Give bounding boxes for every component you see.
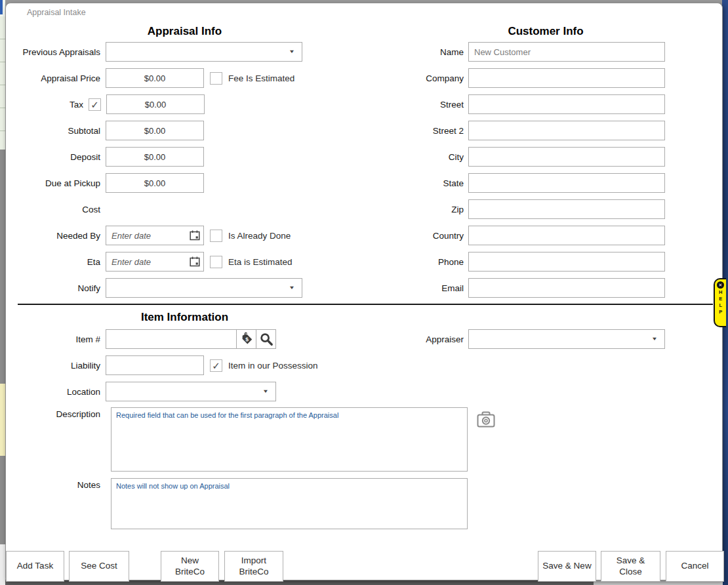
street-label: Street xyxy=(6,100,468,110)
city-label: City xyxy=(6,152,468,162)
name-label: Name xyxy=(6,47,468,57)
phone-label: Phone xyxy=(6,257,468,267)
email-input[interactable] xyxy=(468,278,665,298)
country-input[interactable] xyxy=(468,226,665,245)
email-label: Email xyxy=(6,283,468,293)
notes-label: Notes xyxy=(6,480,106,490)
zip-label: Zip xyxy=(6,205,468,214)
dialog-title: Appraisal Intake xyxy=(27,8,86,17)
appraiser-dropdown[interactable] xyxy=(468,329,665,349)
company-label: Company xyxy=(6,73,468,83)
cancel-button[interactable]: Cancel xyxy=(666,551,724,582)
camera-icon[interactable] xyxy=(476,411,496,432)
city-input[interactable] xyxy=(468,147,665,167)
customer-info-heading: Customer Info xyxy=(368,25,723,38)
new-briteco-button[interactable]: New BriteCo xyxy=(161,551,219,582)
save-and-new-button[interactable]: Save & New xyxy=(538,551,596,582)
state-input[interactable] xyxy=(468,173,665,193)
street-input[interactable] xyxy=(468,94,665,114)
liability-input[interactable] xyxy=(106,355,204,375)
background-window-sliver xyxy=(0,544,5,585)
phone-input[interactable] xyxy=(468,252,665,272)
description-label: Description xyxy=(6,409,106,419)
location-label: Location xyxy=(6,387,106,397)
name-input[interactable] xyxy=(468,42,665,62)
location-dropdown[interactable] xyxy=(106,382,276,401)
item-in-possession-checkbox[interactable] xyxy=(210,359,222,372)
description-textarea[interactable] xyxy=(111,407,468,472)
item-in-possession-label: Item in our Possession xyxy=(228,361,318,371)
liability-label: Liability xyxy=(6,361,106,371)
background-window-sliver xyxy=(0,150,5,384)
background-window-sliver xyxy=(0,0,3,14)
background-window-sliver xyxy=(0,384,5,456)
section-divider xyxy=(18,304,713,305)
country-label: Country xyxy=(6,231,468,241)
state-label: State xyxy=(6,178,468,188)
save-and-close-button[interactable]: Save & Close xyxy=(601,551,660,582)
street2-input[interactable] xyxy=(468,121,665,140)
street2-label: Street 2 xyxy=(6,126,468,136)
background-window-sliver xyxy=(0,456,5,544)
company-input[interactable] xyxy=(468,68,665,88)
help-tab-label: HELP xyxy=(718,289,723,315)
background-window-sliver xyxy=(0,16,5,150)
help-close-icon[interactable]: ✕ xyxy=(717,281,724,289)
appraisal-intake-dialog: Appraisal Intake Appraisal Info Customer… xyxy=(5,3,723,580)
zip-input[interactable] xyxy=(468,199,665,219)
notes-textarea[interactable] xyxy=(111,478,468,529)
add-task-button[interactable]: Add Task xyxy=(6,551,64,582)
appraisal-info-heading: Appraisal Info xyxy=(6,25,363,38)
item-information-heading: Item Information xyxy=(6,311,363,324)
appraiser-label: Appraiser xyxy=(6,334,468,344)
see-cost-button[interactable]: See Cost xyxy=(69,551,129,582)
import-briteco-button[interactable]: Import BriteCo xyxy=(224,551,283,582)
help-tab[interactable]: ✕ HELP xyxy=(714,278,726,327)
